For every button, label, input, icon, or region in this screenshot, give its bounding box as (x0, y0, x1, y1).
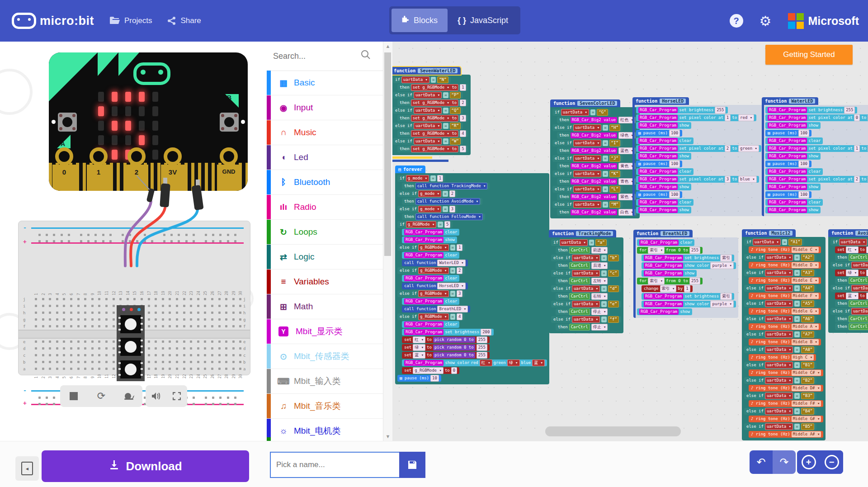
block-row[interactable]: else ifuartData ▾=“c” (551, 270, 621, 277)
toolbox-category-Logic[interactable]: ⇄Logic (267, 245, 383, 270)
help-icon[interactable]: ? (730, 14, 743, 28)
block-row[interactable]: ifg_RGBMode ▾=5 (397, 221, 453, 228)
block-row[interactable]: else ifuartData ▾=“Q” (393, 107, 463, 114)
block-row[interactable]: setg_RGBMode ▾to0 (402, 367, 459, 374)
block-row[interactable]: RGB_Car_Programset brightness索引 (642, 255, 734, 261)
toolbox-category-Bluetooth[interactable]: ᛒBluetooth (267, 170, 383, 195)
block-row[interactable]: else ifg_mode ▾=2 (397, 190, 458, 197)
block-row[interactable]: for索引 ▾from 0 to255 (637, 247, 703, 254)
pin-2[interactable]: 2 (125, 147, 148, 191)
block-row[interactable]: ifuartData ▾=“G” (552, 109, 610, 116)
block-row[interactable]: else ifuartData ▾=“A3” (744, 270, 816, 276)
block-row[interactable]: else ifuartData ▾=“R” (393, 123, 463, 129)
block-stack-BreathLED[interactable]: functionBreathLEDRGB_Car_Programclearfor… (633, 229, 738, 318)
block-row[interactable]: thenCarCtrl左转 ▾ (835, 277, 868, 284)
block-stack-TrackingMode[interactable]: functionTrackingModeifuartData ▾=“a”then… (549, 229, 623, 333)
stop-button[interactable] (65, 392, 83, 400)
pin-GND[interactable]: GND (217, 147, 241, 191)
block-row[interactable]: thencall function TrackingMode ▾ (402, 183, 490, 189)
toolbox-category-Mbit_传感器类[interactable]: ⊙Mbit_传感器类 (267, 344, 383, 369)
block-row[interactable]: thenRGB_Car_Big2 value青色 ▾ (557, 178, 637, 185)
led-off[interactable] (98, 135, 104, 145)
block-stack-Music12[interactable]: functionMusic12ifuartData ▾=“A1”♪ ring t… (742, 228, 826, 440)
block-row[interactable]: RGB_Car_Programset pixel color at2togree… (636, 145, 761, 152)
block-row[interactable]: else ifuartData ▾=“B3” (744, 392, 816, 399)
slowmo-button[interactable] (120, 392, 138, 400)
block-row[interactable]: ♪ ring tone (Hz)Middle G ▾ (749, 308, 821, 315)
block-row[interactable]: thenCarCtrl停止 ▾ (556, 324, 610, 331)
toolbox-category-Variables[interactable]: ≡Variables (267, 270, 383, 294)
block-row[interactable]: RGB_Car_Programshow (636, 184, 691, 190)
block-row[interactable]: RGB_Car_Programclear (765, 168, 823, 175)
restart-button[interactable]: ⟳ (92, 390, 110, 402)
fullscreen-button[interactable] (168, 392, 186, 400)
block-row[interactable]: else ifuartData ▾=“H” (552, 124, 623, 131)
block-row[interactable]: RGB_Car_Programclear (637, 239, 694, 246)
toolbox-category-Loops[interactable]: ↻Loops (267, 220, 383, 245)
block-header[interactable]: functionHorseLED (632, 97, 689, 105)
led-off[interactable] (139, 121, 145, 131)
toolbox-category-Input[interactable]: ◉Input (267, 95, 383, 120)
collapse-simulator-button[interactable]: ◄ (15, 456, 39, 481)
led-strip-module[interactable] (117, 305, 145, 381)
led-on[interactable] (125, 121, 131, 131)
block-row[interactable]: RGB_Car_Programset brightness索引 (642, 293, 734, 300)
block-row[interactable]: thenRGB_Car_Big2 value红色 ▾ (557, 117, 637, 123)
block-row[interactable]: thenRGB_Car_Big2 value紫色 ▾ (557, 194, 637, 200)
led-off[interactable] (125, 106, 131, 116)
blocks-workspace[interactable]: functionSevenWaterLEDifuartData ▾=“N”the… (392, 42, 868, 441)
block-row[interactable]: set绿 ▾topick random 0 to255 (402, 344, 490, 351)
block-row[interactable]: thenCarCtrl前进 ▾ (835, 254, 868, 261)
block-row[interactable]: thenCarCtrl右转 ▾ (556, 293, 610, 300)
block-row[interactable]: RGB_Car_Programset brightness255 (636, 107, 728, 113)
block-row[interactable]: RGB_Car_Programshow (637, 308, 692, 315)
toolbox-category-Radio[interactable]: ılıRadio (267, 195, 383, 220)
block-row[interactable]: RGB_Car_Programclear (765, 199, 823, 206)
led-off[interactable] (152, 135, 158, 145)
block-row[interactable]: thenset g_RGBMode ▾ to5 (397, 146, 468, 152)
getting-started-button[interactable]: Getting Started (765, 45, 853, 65)
block-row[interactable]: thenRGB_Car_Big2 value蓝色 ▾ (557, 147, 637, 154)
block-row[interactable]: ♪ ring tone (Hz)Middle A# ▾ (749, 431, 823, 438)
block-row[interactable]: thenset g_RGBMode ▾ to4 (397, 130, 468, 137)
block-row[interactable]: ▤ pause (ms)100 (636, 191, 682, 198)
block-row[interactable]: else ifuartData ▾=“A5” (744, 300, 816, 307)
block-row[interactable]: thencall function AvoidMode ▾ (402, 198, 482, 205)
block-row[interactable]: thenCarCtrl停止 ▾ (835, 323, 868, 330)
toolbox-category-Basic[interactable]: ▦Basic (267, 71, 383, 95)
block-stack-SevenColorLED[interactable]: functionSevenColorLEDifuartData ▾=“G”the… (550, 99, 640, 218)
block-row[interactable]: else ifg_RGBMode ▾=3 (397, 290, 465, 297)
block-row[interactable]: set绿 ▾to0 (835, 270, 868, 276)
block-row[interactable]: RGB_Car_Programset brightness200 (402, 329, 494, 336)
block-row[interactable]: ♪ ring tone (Hz)High C ▾ (749, 354, 816, 361)
block-row[interactable]: else ifuartData ▾=“I” (552, 140, 623, 147)
block-row[interactable]: else ifuartData ▾=“V” (830, 308, 868, 315)
block-row[interactable]: ▤ pause (ms)10 (397, 375, 441, 382)
scroll-down-icon[interactable]: ▼ (383, 434, 392, 439)
download-button[interactable]: Download (42, 450, 249, 482)
block-header[interactable]: functionBreathLED (633, 230, 693, 237)
block-row[interactable]: call functionHorseLED ▾ (402, 283, 468, 289)
block-row[interactable]: RGB_Car_Programclear (636, 168, 693, 175)
block-row[interactable]: else ifuartData ▾=“U” (830, 285, 868, 292)
block-row[interactable]: else ifuartData ▾=“K” (552, 170, 623, 177)
toolbox-category-Mbit_显示类[interactable]: YMbit_显示类 (267, 319, 383, 344)
led-off[interactable] (125, 135, 131, 145)
block-row[interactable]: thenRGB_Car_Big2 value绿色 ▾ (557, 132, 637, 139)
toolbox-category-Mbit_输入类[interactable]: ⌨Mbit_输入类 (267, 369, 383, 394)
search-input[interactable] (272, 48, 360, 64)
block-row[interactable]: set蓝 ▾to0 (835, 293, 868, 299)
undo-button[interactable]: ↶ (750, 450, 773, 474)
block-row[interactable]: RGB_Car_Programshow colorpurple ▾ (642, 262, 736, 269)
microbit-logo[interactable]: micro:bit (12, 13, 94, 29)
block-row[interactable]: ♪ ring tone (Hz)Middle G# ▾ (749, 416, 823, 422)
breadboard[interactable]: -+-+112233445566778899101011111212131314… (18, 221, 250, 375)
block-row[interactable]: ifg_mode ▾=1 (397, 175, 445, 182)
block-row[interactable]: thenCarCtrl后退 ▾ (556, 262, 610, 269)
block-row[interactable]: ▤ pause (ms)100 (765, 161, 811, 167)
tab-blocks[interactable]: Blocks (392, 9, 448, 32)
led-on[interactable] (139, 135, 145, 145)
block-row[interactable]: else ifuartData ▾=“L” (552, 186, 623, 193)
led-off[interactable] (98, 92, 104, 102)
block-row[interactable]: else ifuartData ▾=“P” (393, 92, 463, 99)
